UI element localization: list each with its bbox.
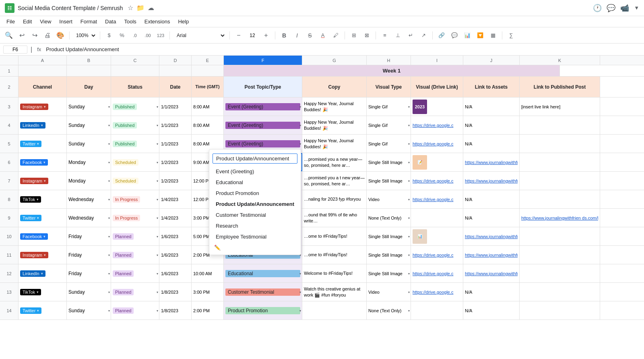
cell-channel-10[interactable]: Facebook ▾ <box>19 227 67 245</box>
cell-E1[interactable] <box>192 65 224 76</box>
col-header-H[interactable]: H <box>367 56 411 65</box>
visual-link-text[interactable]: https://drive.google.c <box>413 271 454 276</box>
dropdown-item[interactable]: Research <box>209 220 301 231</box>
cell-J2[interactable]: Link to Assets <box>463 77 520 97</box>
row-num-12[interactable]: 12 <box>0 264 19 282</box>
cell-time-3[interactable]: 8:00 AM <box>192 98 224 116</box>
cell-D2[interactable]: Date <box>159 77 192 97</box>
cell-day-11[interactable]: Friday ▾ <box>67 246 111 264</box>
visual-link-text[interactable]: https://drive.google.c <box>413 123 454 128</box>
cell-visual-type-10[interactable]: Single Still Image ▾ <box>367 227 411 245</box>
cell-published-8[interactable] <box>520 190 600 208</box>
row-num-13[interactable]: 13 <box>0 283 19 301</box>
cell-channel-7[interactable]: Instagram ▾ <box>19 172 67 190</box>
cell-time-13[interactable]: 3:00 PM <box>192 283 224 301</box>
dec-dec-btn[interactable]: .0 <box>129 30 140 41</box>
cell-published-11[interactable] <box>520 246 600 264</box>
redo-btn[interactable]: ↪ <box>29 30 40 41</box>
cell-visual-link-7[interactable]: https://drive.google.c <box>411 172 463 190</box>
history-icon[interactable]: 🕐 <box>593 4 602 12</box>
cell-visual-type-4[interactable]: Single Gif ▾ <box>367 116 411 134</box>
cell-published-6[interactable] <box>520 153 600 171</box>
published-link[interactable]: https://www.journalingwithfrien ds.com/b… <box>521 216 598 220</box>
cell-visual-link-4[interactable]: https://drive.google.c <box>411 116 463 134</box>
strikethrough-btn[interactable]: S <box>304 30 316 41</box>
cell-channel-5[interactable]: Twitter ▾ <box>19 135 67 153</box>
assets-link[interactable]: https://www.journalingwithfrien ds.com/b… <box>465 178 518 183</box>
bold-btn[interactable]: B <box>279 30 290 41</box>
row-num-6[interactable]: 6 <box>0 153 19 171</box>
cell-date-4[interactable]: 1/1/2023 <box>159 116 192 134</box>
visual-link-text[interactable]: https://drive.google.c <box>413 197 454 202</box>
col-header-G[interactable]: G <box>302 56 367 65</box>
cell-A1[interactable] <box>19 65 67 76</box>
cell-day-6[interactable]: Monday ▾ <box>67 153 111 171</box>
menu-data[interactable]: Data <box>102 18 119 25</box>
cell-copy-3[interactable]: Happy New Year, Journal Buddies! 🎉 <box>302 98 367 116</box>
cell-date-3[interactable]: 1/1/2023 <box>159 98 192 116</box>
menu-tools[interactable]: Tools <box>121 18 139 25</box>
cell-status-6[interactable]: Scheduled ▾ <box>111 153 159 171</box>
search-btn[interactable]: 🔍 <box>3 30 14 41</box>
valign-btn[interactable]: ⊥ <box>392 30 403 41</box>
font-size-input[interactable] <box>246 31 259 39</box>
cell-published-4[interactable] <box>520 116 600 134</box>
assets-link[interactable]: https://www.journalingwithfrien ds.com/b… <box>465 253 518 257</box>
cell-visual-type-5[interactable]: Single Gif ▾ <box>367 135 411 153</box>
cell-topic-14[interactable]: Product Promotion ▾ <box>224 301 302 320</box>
cell-assets-10[interactable]: https://www.journalingwithfrien ds.com/b… <box>463 227 520 245</box>
cell-visual-type-9[interactable]: None (Text Only) ▾ <box>367 209 411 227</box>
cell-assets-12[interactable]: https://www.journalingwithfrien ds.com/b… <box>463 264 520 282</box>
cell-status-13[interactable]: Planned ▾ <box>111 283 159 301</box>
cell-date-8[interactable]: 1/4/2023 <box>159 190 192 208</box>
cell-copy-5[interactable]: Happy New Year, Journal Buddies! 🎉 <box>302 135 367 153</box>
cell-visual-type-14[interactable]: None (Text Only) ▾ <box>367 301 411 320</box>
cell-time-4[interactable]: 8:00 AM <box>192 116 224 134</box>
col-header-E[interactable]: E <box>192 56 224 65</box>
cell-visual-link-3[interactable]: 2023 <box>411 98 463 116</box>
align-btn[interactable]: ≡ <box>379 30 390 41</box>
cell-date-6[interactable]: 1/2/2023 <box>159 153 192 171</box>
merge-btn[interactable]: ⊠ <box>361 30 372 41</box>
cell-day-10[interactable]: Friday ▾ <box>67 227 111 245</box>
dropdown-item[interactable]: Employee Testimonial <box>209 231 301 242</box>
cell-visual-link-13[interactable]: https://drive.google.c <box>411 283 463 301</box>
link-btn[interactable]: 🔗 <box>436 30 447 41</box>
cell-channel-4[interactable]: LinkedIn ▾ <box>19 116 67 134</box>
cell-status-7[interactable]: Scheduled ▾ <box>111 172 159 190</box>
menu-format[interactable]: Format <box>77 18 100 25</box>
cell-status-9[interactable]: In Progress ▾ <box>111 209 159 227</box>
font-decrease-btn[interactable]: − <box>233 30 244 41</box>
cell-H2[interactable]: Visual Type <box>367 77 411 97</box>
cell-published-7[interactable] <box>520 172 600 190</box>
col-header-C[interactable]: C <box>111 56 159 65</box>
rotate-btn[interactable]: ↗ <box>418 30 429 41</box>
cell-visual-link-11[interactable]: https://drive.google.c <box>411 246 463 264</box>
assets-link[interactable]: https://www.journalingwithfrien ds.com/b… <box>465 234 518 239</box>
cell-copy-11[interactable]: …ome to #FridayTips! <box>302 246 367 264</box>
dropdown-item[interactable]: Event (Greeting) <box>209 166 301 177</box>
cell-topic-3[interactable]: Event (Greeting) ▾ <box>224 98 302 116</box>
cell-status-14[interactable]: Planned ▾ <box>111 301 159 320</box>
share-icon[interactable]: ▼ <box>634 5 639 11</box>
cell-date-13[interactable]: 1/8/2023 <box>159 283 192 301</box>
col-header-A[interactable]: A <box>19 56 67 65</box>
font-select[interactable]: Arial Times New Roman Helvetica <box>173 31 226 40</box>
cell-date-11[interactable]: 1/6/2023 <box>159 246 192 264</box>
table-format-btn[interactable]: ▦ <box>487 30 499 41</box>
dropdown-search-input[interactable] <box>213 154 297 164</box>
cell-visual-type-7[interactable]: Single Still Image ▾ <box>367 172 411 190</box>
row-num-10[interactable]: 10 <box>0 227 19 245</box>
menu-extensions[interactable]: Extensions <box>141 18 173 25</box>
row-num-3[interactable]: 3 <box>0 98 19 116</box>
cell-assets-11[interactable]: https://www.journalingwithfrien ds.com/b… <box>463 246 520 264</box>
cell-topic-12[interactable]: Educational ▾ <box>224 264 302 282</box>
assets-link[interactable]: https://www.journalingwithfrien ds.com/b… <box>465 160 518 165</box>
cell-date-10[interactable]: 1/6/2023 <box>159 227 192 245</box>
paint-btn[interactable]: 🎨 <box>55 30 66 41</box>
visual-link-text[interactable]: https://drive.google.c <box>413 141 454 146</box>
cell-status-8[interactable]: In Progress ▾ <box>111 190 159 208</box>
cell-visual-type-8[interactable]: Video ▾ <box>367 190 411 208</box>
cell-date-9[interactable]: 1/4/2023 <box>159 209 192 227</box>
highlight-btn[interactable]: 🖊 <box>330 30 341 41</box>
